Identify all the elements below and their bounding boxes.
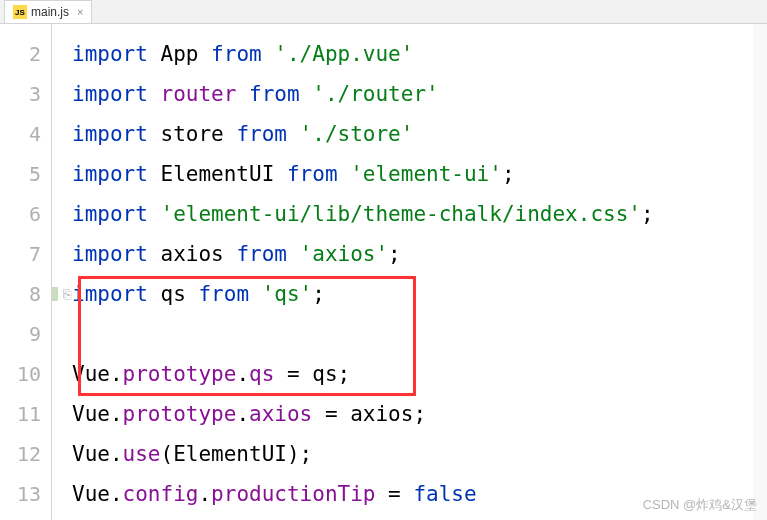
- code-token: prototype: [123, 362, 237, 386]
- line-number: 2: [0, 34, 51, 74]
- code-token: = qs;: [274, 362, 350, 386]
- code-token: 'element-ui/lib/theme-chalk/index.css': [161, 202, 641, 226]
- code-token: router: [161, 82, 250, 106]
- watermark-text: CSDN @炸鸡&汉堡: [643, 496, 757, 514]
- code-token: ;: [388, 242, 401, 266]
- line-number: 3: [0, 74, 51, 114]
- vertical-scrollbar[interactable]: [753, 24, 767, 520]
- close-icon[interactable]: ×: [77, 6, 83, 18]
- code-token: .: [198, 482, 211, 506]
- code-token: from: [287, 162, 350, 186]
- code-token: productionTip: [211, 482, 375, 506]
- code-token: import: [72, 202, 161, 226]
- line-number: 8: [0, 274, 51, 314]
- js-file-icon: JS: [13, 5, 27, 19]
- file-tab[interactable]: JS main.js ×: [4, 0, 92, 23]
- code-token: import: [72, 242, 161, 266]
- code-token: Vue.: [72, 362, 123, 386]
- code-token: import: [72, 42, 161, 66]
- code-line[interactable]: Vue.use(ElementUI);: [52, 434, 767, 474]
- code-token: = axios;: [312, 402, 426, 426]
- code-token: config: [123, 482, 199, 506]
- code-token: from: [211, 42, 274, 66]
- code-token: axios: [161, 242, 237, 266]
- code-token: qs: [161, 282, 199, 306]
- code-token: Vue.: [72, 482, 123, 506]
- code-line[interactable]: import router from './router': [52, 74, 767, 114]
- code-token: qs: [249, 362, 274, 386]
- code-token: from: [236, 242, 299, 266]
- code-token: ;: [502, 162, 515, 186]
- code-line[interactable]: [52, 314, 767, 354]
- line-number: 11: [0, 394, 51, 434]
- code-token: import: [72, 82, 161, 106]
- code-token: './router': [312, 82, 438, 106]
- line-number: 7: [0, 234, 51, 274]
- line-number: 6: [0, 194, 51, 234]
- code-token: use: [123, 442, 161, 466]
- code-token: from: [236, 122, 299, 146]
- code-token: './store': [300, 122, 414, 146]
- code-token: App: [161, 42, 212, 66]
- code-token: prototype: [123, 402, 237, 426]
- code-token: import: [72, 162, 161, 186]
- line-number: 4: [0, 114, 51, 154]
- code-token: 'axios': [300, 242, 389, 266]
- code-token: import: [72, 122, 161, 146]
- code-area[interactable]: import App from './App.vue'import router…: [52, 24, 767, 520]
- tab-bar: JS main.js ×: [0, 0, 767, 24]
- line-number: 13: [0, 474, 51, 514]
- gutter-hint-icon: ⎘: [58, 285, 76, 303]
- line-number: 10: [0, 354, 51, 394]
- code-token: false: [413, 482, 476, 506]
- code-token: ;: [641, 202, 654, 226]
- code-token: =: [375, 482, 413, 506]
- code-token: Vue.: [72, 402, 123, 426]
- code-token: .: [236, 402, 249, 426]
- code-line[interactable]: import 'element-ui/lib/theme-chalk/index…: [52, 194, 767, 234]
- code-line[interactable]: import App from './App.vue': [52, 34, 767, 74]
- code-token: ;: [312, 282, 325, 306]
- code-line[interactable]: Vue.prototype.qs = qs;: [52, 354, 767, 394]
- code-token: from: [198, 282, 261, 306]
- code-token: Vue.: [72, 442, 123, 466]
- code-token: './App.vue': [274, 42, 413, 66]
- code-line[interactable]: import store from './store': [52, 114, 767, 154]
- line-number: 5: [0, 154, 51, 194]
- code-line[interactable]: import qs from 'qs';: [52, 274, 767, 314]
- code-line[interactable]: import axios from 'axios';: [52, 234, 767, 274]
- line-number: 9: [0, 314, 51, 354]
- code-token: ElementUI: [161, 162, 287, 186]
- line-number-gutter: 2345678910111213: [0, 24, 52, 520]
- code-token: (ElementUI);: [161, 442, 313, 466]
- tab-filename: main.js: [31, 5, 69, 19]
- editor-pane: 2345678910111213 import App from './App.…: [0, 24, 767, 520]
- code-token: 'element-ui': [350, 162, 502, 186]
- code-line[interactable]: import ElementUI from 'element-ui';: [52, 154, 767, 194]
- code-token: 'qs': [262, 282, 313, 306]
- code-token: from: [249, 82, 312, 106]
- code-token: axios: [249, 402, 312, 426]
- code-token: .: [236, 362, 249, 386]
- code-token: store: [161, 122, 237, 146]
- line-number: 12: [0, 434, 51, 474]
- code-line[interactable]: Vue.prototype.axios = axios;: [52, 394, 767, 434]
- code-token: import: [72, 282, 161, 306]
